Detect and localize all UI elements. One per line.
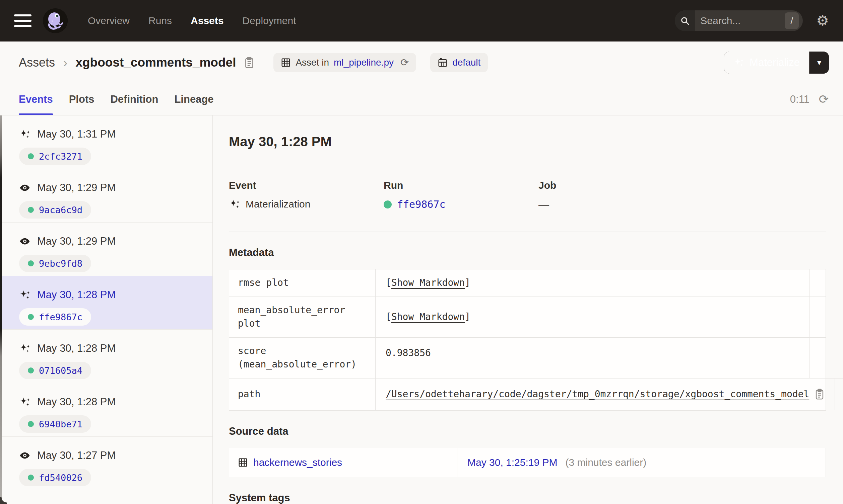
- source-timestamp-link[interactable]: May 30, 1:25:19 PM: [467, 457, 557, 468]
- run-id-link[interactable]: ffe9867c: [39, 312, 82, 322]
- materialization-sparkle-icon: [19, 397, 31, 407]
- observation-eye-icon: [19, 450, 31, 461]
- event-list-item[interactable]: May 30, 1:29 PM 9aca6c9d: [0, 169, 212, 222]
- pipeline-file-link[interactable]: ml_pipeline.py: [334, 57, 394, 68]
- app-window: Overview Runs Assets Deployment / ⚙ Asse…: [0, 0, 843, 504]
- run-id-link[interactable]: 071605a4: [39, 365, 82, 376]
- window-edge: [0, 115, 2, 504]
- materialization-sparkle-icon: [19, 290, 31, 300]
- show-markdown-link[interactable]: Show Markdown: [391, 277, 465, 288]
- show-markdown-link[interactable]: Show Markdown: [391, 311, 465, 322]
- table-row: path /Users/odetteharary/code/dagster/tm…: [229, 378, 826, 410]
- metadata-heading: Metadata: [229, 247, 826, 259]
- materialize-dropdown-button[interactable]: ▾: [809, 52, 829, 74]
- window-corner: [0, 497, 7, 504]
- asset-definition-chip[interactable]: Asset in ml_pipeline.py ⟳: [273, 53, 416, 72]
- tab-definition[interactable]: Definition: [110, 84, 158, 115]
- run-id-pill[interactable]: 9aca6c9d: [19, 201, 91, 218]
- run-id-pill[interactable]: fd540026: [19, 469, 91, 486]
- source-relative-time: (3 minutes earlier): [565, 457, 646, 468]
- event-timestamp: May 30, 1:28 PM: [37, 289, 116, 301]
- reload-definition-icon[interactable]: ⟳: [400, 57, 409, 68]
- menu-icon[interactable]: [14, 14, 32, 27]
- observation-eye-icon: [19, 236, 31, 246]
- nav-deployment[interactable]: Deployment: [242, 15, 296, 26]
- table-row: rmse plot [Show Markdown]: [229, 269, 826, 296]
- refresh-countdown: 0:11: [790, 93, 809, 105]
- nav-runs[interactable]: Runs: [149, 15, 172, 26]
- storage-path-link[interactable]: /Users/odetteharary/code/dagster/tmp_0mz…: [386, 388, 809, 401]
- markdown-cell: [Show Markdown]: [386, 310, 470, 324]
- nav-assets[interactable]: Assets: [191, 15, 223, 26]
- event-list-item[interactable]: May 30, 1:28 PM 6940be71: [0, 383, 212, 437]
- run-status-dot: [384, 200, 392, 209]
- run-status-dot: [28, 260, 34, 266]
- source-timestamp-cell: May 30, 1:25:19 PM (3 minutes earlier): [457, 448, 826, 477]
- caret-down-icon: ▾: [817, 58, 821, 67]
- refresh-icon[interactable]: ⟳: [819, 93, 829, 105]
- score-value: 0.983856: [386, 346, 431, 360]
- tab-lineage[interactable]: Lineage: [174, 84, 213, 115]
- run-id-link[interactable]: ffe9867c: [397, 198, 446, 210]
- chevron-right-icon: ›: [63, 56, 67, 69]
- nav-overview[interactable]: Overview: [88, 15, 130, 26]
- event-list-item-selected[interactable]: May 30, 1:28 PM ffe9867c: [0, 276, 212, 330]
- event-list-item[interactable]: May 30, 1:31 PM 2cfc3271: [0, 115, 212, 169]
- run-id-pill[interactable]: 6940be71: [19, 415, 91, 433]
- materialize-button[interactable]: Materialize: [724, 52, 809, 74]
- run-id-link[interactable]: 9ebc9fd8: [39, 258, 82, 269]
- run-id-pill[interactable]: 2cfc3271: [19, 148, 91, 165]
- tab-events[interactable]: Events: [19, 84, 53, 115]
- event-timestamp: May 30, 1:28 PM: [37, 396, 116, 408]
- materialization-sparkle-icon: [229, 199, 240, 209]
- run-column-label: Run: [384, 180, 538, 191]
- source-data-table: hackernews_stories May 30, 1:25:19 PM (3…: [229, 448, 826, 477]
- asset-table-icon: [238, 457, 248, 468]
- copy-asset-name-icon[interactable]: [244, 57, 255, 69]
- run-id-link[interactable]: fd540026: [39, 472, 82, 483]
- group-default-link[interactable]: default: [452, 57, 480, 68]
- run-status-dot: [28, 153, 34, 159]
- source-asset-link[interactable]: hackernews_stories: [253, 457, 342, 468]
- run-id-pill[interactable]: 9ebc9fd8: [19, 255, 91, 272]
- markdown-cell: [Show Markdown]: [386, 276, 470, 290]
- asset-group-chip[interactable]: default: [430, 53, 488, 72]
- tab-plots[interactable]: Plots: [69, 84, 94, 115]
- materialization-sparkle-icon: [19, 343, 31, 354]
- asset-in-label: Asset in: [295, 57, 329, 68]
- run-id-link[interactable]: 2cfc3271: [39, 151, 82, 162]
- run-id-link[interactable]: 6940be71: [39, 419, 82, 429]
- run-id-pill[interactable]: ffe9867c: [19, 308, 91, 326]
- event-detail-heading: May 30, 1:28 PM: [229, 134, 826, 149]
- run-status-dot: [28, 367, 34, 374]
- source-asset-cell: hackernews_stories: [229, 448, 457, 477]
- source-data-heading: Source data: [229, 425, 826, 437]
- job-column-label: Job: [538, 180, 556, 191]
- event-timestamp: May 30, 1:28 PM: [37, 342, 116, 355]
- asset-tabs: Events Plots Definition Lineage 0:11 ⟳: [0, 84, 843, 115]
- run-status-dot: [28, 314, 34, 320]
- observation-eye-icon: [19, 183, 31, 193]
- event-list-item[interactable]: May 30, 1:29 PM 9ebc9fd8: [0, 222, 212, 276]
- sparkle-icon: [734, 57, 744, 68]
- search-input[interactable]: [695, 15, 785, 26]
- copy-path-icon[interactable]: [814, 389, 825, 400]
- event-list-item[interactable]: May 30, 1:27 PM fd540026: [0, 437, 212, 490]
- search-icon: [675, 11, 695, 31]
- run-id-link[interactable]: 9aca6c9d: [39, 205, 82, 215]
- settings-gear-icon[interactable]: ⚙: [816, 14, 829, 28]
- breadcrumb-assets-link[interactable]: Assets: [19, 56, 55, 70]
- run-status-dot: [28, 474, 34, 481]
- global-search[interactable]: /: [675, 11, 803, 31]
- primary-nav: Overview Runs Assets Deployment: [88, 15, 296, 26]
- metadata-key: path: [229, 378, 376, 410]
- dagster-logo[interactable]: [43, 8, 68, 33]
- event-list-item[interactable]: May 30, 1:28 PM 071605a4: [0, 330, 212, 383]
- event-timestamp: May 30, 1:27 PM: [37, 449, 116, 462]
- job-empty-value: —: [538, 198, 549, 211]
- asset-group-icon: [437, 57, 448, 68]
- event-list-sidebar: May 30, 1:31 PM 2cfc3271 May 30, 1:29 PM…: [0, 115, 213, 504]
- top-nav-bar: Overview Runs Assets Deployment / ⚙: [0, 0, 843, 41]
- run-id-pill[interactable]: 071605a4: [19, 362, 91, 379]
- breadcrumb-row: Assets › xgboost_comments_model Asset in…: [0, 41, 843, 84]
